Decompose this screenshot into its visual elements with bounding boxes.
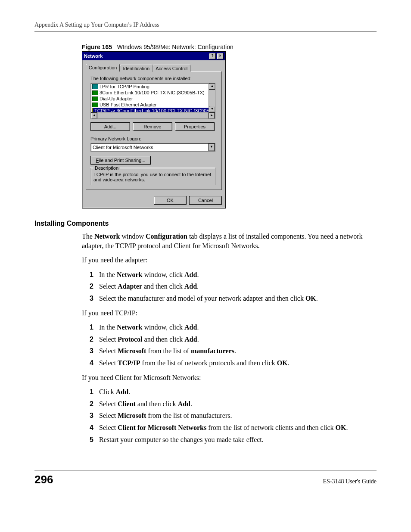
step: 1In the Network window, click Add. — [90, 323, 377, 332]
page-footer: 296 ES-3148 User's Guide — [34, 473, 377, 486]
step: 2Select Adapter and then click Add. — [90, 282, 377, 291]
adapter-icon — [92, 103, 98, 107]
add-button[interactable]: AAdd...dd... — [90, 122, 130, 131]
dialog-title: Network — [84, 53, 208, 59]
step: 1In the Network window, click Add. — [90, 270, 377, 280]
section-heading: Installing Components — [34, 220, 377, 227]
scroll-right-icon[interactable]: ► — [209, 112, 215, 119]
list-item-label: LPR for TCP/IP Printing — [100, 84, 149, 90]
dropdown-icon[interactable]: ▼ — [208, 143, 215, 151]
header-rule — [34, 31, 377, 31]
vertical-scrollbar[interactable]: ▲ ▼ — [209, 83, 215, 112]
list-item[interactable]: Dial-Up Adapter — [92, 96, 214, 102]
step: 1Click Add. — [90, 387, 377, 397]
titlebar[interactable]: Network ? × — [82, 52, 225, 60]
tab-strip: Configuration Identification Access Cont… — [86, 64, 222, 72]
figure-title: WIndows 95/98/Me: Network: Configuration — [117, 44, 234, 50]
client-steps: 1Click Add. 2Select Client and then clic… — [90, 387, 377, 444]
adapter-icon — [92, 96, 98, 101]
primary-logon-combo[interactable]: Client for Microsoft Networks ▼ — [90, 143, 215, 152]
step: 5Restart your computer so the changes yo… — [90, 435, 377, 445]
scroll-left-icon[interactable]: ◄ — [91, 112, 97, 119]
need-client-label: If you need Client for Microsoft Network… — [82, 373, 377, 383]
network-dialog: Network ? × Configuration Identification… — [82, 51, 226, 208]
combo-value: Client for Microsoft Networks — [91, 145, 208, 150]
guide-name: ES-3148 User's Guide — [323, 478, 377, 485]
dialog-footer: OK Cancel — [82, 193, 225, 208]
help-button[interactable]: ? — [209, 53, 216, 59]
list-item-label: 3Com EtherLink 10/100 PCI TX NIC (3C905B… — [100, 90, 205, 96]
scroll-down-icon[interactable]: ▼ — [209, 106, 215, 112]
page-number: 296 — [34, 473, 53, 486]
file-print-sharing-button[interactable]: File and Print Sharing... — [90, 156, 151, 165]
need-tcpip-label: If you need TCP/IP: — [82, 308, 377, 318]
tab-access-control[interactable]: Access Control — [153, 65, 190, 72]
intro-paragraph: The Network window Configuration tab dis… — [82, 232, 377, 250]
step: 4Select Client for Microsoft Networks fr… — [90, 423, 377, 432]
step: 4Select TCP/IP from the list of network … — [90, 358, 377, 368]
cancel-button[interactable]: Cancel — [189, 196, 222, 205]
scroll-up-icon[interactable]: ▲ — [209, 83, 215, 90]
need-adapter-label: If you need the adapter: — [82, 255, 377, 265]
remove-button[interactable]: Remove — [133, 122, 172, 131]
ok-button[interactable]: OK — [154, 196, 187, 205]
figure-caption: Figure 165 WIndows 95/98/Me: Network: Co… — [82, 44, 377, 50]
tab-configuration[interactable]: Configuration — [86, 64, 120, 72]
installed-components-label: The following network components are ins… — [90, 76, 217, 81]
tab-identification[interactable]: Identification — [120, 65, 153, 72]
adapter-steps: 1In the Network window, click Add. 2Sele… — [90, 270, 377, 303]
service-icon — [92, 84, 98, 89]
list-item-label: USB Fast Ethernet Adapter — [100, 102, 157, 108]
footer-rule — [34, 470, 377, 470]
description-legend: Description — [93, 165, 120, 171]
primary-logon-label: Primary Network Logon: — [90, 136, 217, 141]
list-item[interactable]: 3Com EtherLink 10/100 PCI TX NIC (3C905B… — [92, 90, 214, 96]
properties-button[interactable]: Properties — [175, 122, 215, 131]
page-header: Appendix A Setting up Your Computer's IP… — [34, 22, 377, 28]
step: 2Select Client and then click Add. — [90, 399, 377, 409]
figure-number: Figure 165 — [82, 44, 112, 50]
close-button[interactable]: × — [217, 53, 224, 59]
list-item[interactable]: USB Fast Ethernet Adapter — [92, 102, 214, 108]
tab-panel-configuration: The following network components are ins… — [86, 71, 222, 190]
tcpip-steps: 1In the Network window, click Add. 2Sele… — [90, 323, 377, 367]
description-groupbox: Description TCP/IP is the protocol you u… — [90, 168, 215, 185]
list-item[interactable]: LPR for TCP/IP Printing — [92, 84, 214, 90]
description-text: TCP/IP is the protocol you use to connec… — [93, 172, 212, 182]
components-listbox[interactable]: LPR for TCP/IP Printing 3Com EtherLink 1… — [90, 83, 215, 119]
list-item-label: Dial-Up Adapter — [100, 96, 133, 102]
step: 3Select Microsoft from the list of manuf… — [90, 346, 377, 356]
horizontal-scrollbar[interactable]: ◄ ► — [91, 112, 215, 118]
step: 3Select the manufacturer and model of yo… — [90, 294, 377, 303]
step: 3Select Microsoft from the list of manuf… — [90, 411, 377, 420]
step: 2Select Protocol and then click Add. — [90, 335, 377, 344]
adapter-icon — [92, 90, 98, 95]
